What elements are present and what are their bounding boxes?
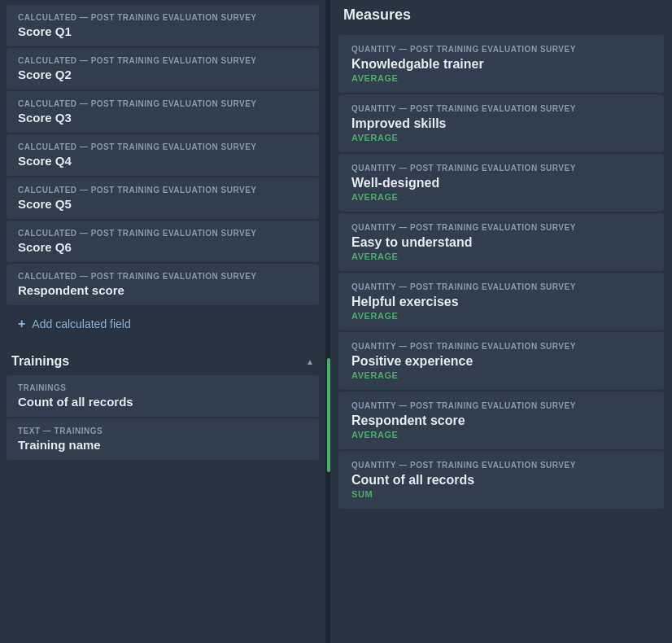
calculated-field-item[interactable]: CALCULATED — POST TRAINING EVALUATION SU…: [7, 48, 319, 90]
trainings-section-title: Trainings: [11, 354, 69, 369]
field-source-label: CALCULATED — POST TRAINING EVALUATION SU…: [18, 56, 308, 65]
left-panel: CALCULATED — POST TRAINING EVALUATION SU…: [0, 0, 325, 643]
measure-agg-label: AVERAGE: [351, 192, 651, 202]
measures-header: Measures: [330, 3, 672, 33]
measure-source-label: QUANTITY — POST TRAINING EVALUATION SURV…: [351, 223, 651, 232]
trainings-field-item[interactable]: TRAININGS Count of all records: [7, 375, 319, 417]
measure-item[interactable]: QUANTITY — POST TRAINING EVALUATION SURV…: [338, 154, 664, 212]
calculated-field-item[interactable]: CALCULATED — POST TRAINING EVALUATION SU…: [7, 221, 319, 262]
measure-item[interactable]: QUANTITY — POST TRAINING EVALUATION SURV…: [338, 213, 664, 271]
field-name-label: Respondent score: [18, 283, 308, 297]
field-source-label: TEXT — TRAININGS: [18, 426, 308, 435]
field-name-label: Score Q5: [18, 197, 308, 211]
right-panel: Measures QUANTITY — POST TRAINING EVALUA…: [330, 0, 672, 643]
measure-agg-label: AVERAGE: [351, 252, 651, 261]
field-source-label: CALCULATED — POST TRAINING EVALUATION SU…: [18, 186, 308, 195]
trainings-fields-list: TRAININGS Count of all records TEXT — TR…: [0, 375, 325, 460]
measure-name-label: Improved skills: [351, 116, 651, 131]
calculated-field-item[interactable]: CALCULATED — POST TRAINING EVALUATION SU…: [7, 134, 319, 176]
measure-source-label: QUANTITY — POST TRAINING EVALUATION SURV…: [351, 164, 651, 173]
measures-list: QUANTITY — POST TRAINING EVALUATION SURV…: [330, 35, 672, 509]
field-source-label: CALCULATED — POST TRAINING EVALUATION SU…: [18, 99, 308, 108]
measure-item[interactable]: QUANTITY — POST TRAINING EVALUATION SURV…: [338, 94, 664, 152]
measure-name-label: Count of all records: [351, 473, 651, 488]
measure-source-label: QUANTITY — POST TRAINING EVALUATION SURV…: [351, 342, 651, 351]
measure-item[interactable]: QUANTITY — POST TRAINING EVALUATION SURV…: [338, 391, 664, 449]
field-name-label: Training name: [18, 438, 308, 452]
measure-source-label: QUANTITY — POST TRAINING EVALUATION SURV…: [351, 461, 651, 470]
measure-item[interactable]: QUANTITY — POST TRAINING EVALUATION SURV…: [338, 273, 664, 330]
field-name-label: Score Q2: [18, 68, 308, 81]
measure-name-label: Easy to understand: [351, 235, 651, 250]
calculated-field-item[interactable]: CALCULATED — POST TRAINING EVALUATION SU…: [7, 177, 319, 219]
field-source-label: CALCULATED — POST TRAINING EVALUATION SU…: [18, 13, 308, 22]
field-name-label: Score Q4: [18, 154, 308, 168]
add-calculated-label: Add calculated field: [32, 317, 130, 330]
field-name-label: Score Q1: [18, 24, 308, 38]
measure-agg-label: AVERAGE: [351, 311, 651, 321]
field-name-label: Count of all records: [18, 395, 308, 409]
calculated-fields-list: CALCULATED — POST TRAINING EVALUATION SU…: [0, 5, 325, 305]
measure-source-label: QUANTITY — POST TRAINING EVALUATION SURV…: [351, 104, 651, 113]
measure-agg-label: AVERAGE: [351, 133, 651, 142]
measure-item[interactable]: QUANTITY — POST TRAINING EVALUATION SURV…: [338, 332, 664, 390]
field-source-label: CALCULATED — POST TRAINING EVALUATION SU…: [18, 142, 308, 151]
plus-icon: +: [18, 317, 25, 331]
calculated-field-item[interactable]: CALCULATED — POST TRAINING EVALUATION SU…: [7, 91, 319, 133]
calculated-field-item[interactable]: CALCULATED — POST TRAINING EVALUATION SU…: [7, 5, 319, 46]
measure-agg-label: AVERAGE: [351, 370, 651, 380]
trainings-section-header: Trainings ▲: [0, 346, 325, 374]
field-name-label: Score Q3: [18, 111, 308, 125]
field-name-label: Score Q6: [18, 240, 308, 254]
measure-source-label: QUANTITY — POST TRAINING EVALUATION SURV…: [351, 282, 651, 291]
field-source-label: CALCULATED — POST TRAINING EVALUATION SU…: [18, 272, 308, 281]
measure-source-label: QUANTITY — POST TRAINING EVALUATION SURV…: [351, 45, 651, 54]
field-source-label: TRAININGS: [18, 383, 308, 392]
main-layout: CALCULATED — POST TRAINING EVALUATION SU…: [0, 0, 672, 643]
measure-agg-label: AVERAGE: [351, 430, 651, 440]
add-calculated-button[interactable]: + Add calculated field: [0, 307, 325, 341]
measure-name-label: Respondent score: [351, 413, 651, 428]
collapse-icon[interactable]: ▲: [306, 357, 314, 366]
measure-name-label: Positive experience: [351, 354, 651, 369]
trainings-field-item[interactable]: TEXT — TRAININGS Training name: [7, 418, 319, 460]
measure-source-label: QUANTITY — POST TRAINING EVALUATION SURV…: [351, 401, 651, 410]
measure-agg-label: SUM: [351, 489, 651, 499]
measure-item[interactable]: QUANTITY — POST TRAINING EVALUATION SURV…: [338, 451, 664, 509]
measure-item[interactable]: QUANTITY — POST TRAINING EVALUATION SURV…: [338, 35, 664, 93]
calculated-field-item[interactable]: CALCULATED — POST TRAINING EVALUATION SU…: [7, 264, 319, 305]
measure-name-label: Knowledgable trainer: [351, 57, 651, 72]
measure-name-label: Helpful exercises: [351, 295, 651, 309]
measure-agg-label: AVERAGE: [351, 73, 651, 83]
measure-name-label: Well-designed: [351, 176, 651, 190]
field-source-label: CALCULATED — POST TRAINING EVALUATION SU…: [18, 229, 308, 238]
